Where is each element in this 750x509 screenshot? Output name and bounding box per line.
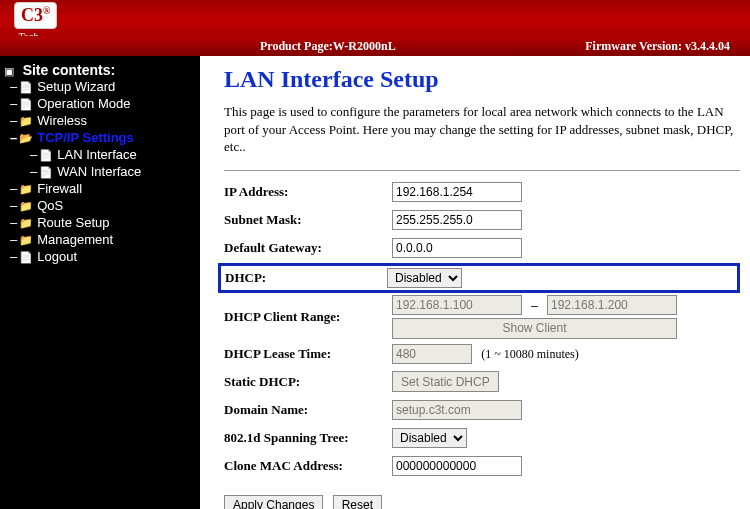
label-stp: 802.1d Spanning Tree:	[224, 430, 392, 446]
button-reset[interactable]: Reset	[333, 495, 382, 509]
firmware-version: Firmware Version: v3.4.4.04	[585, 39, 730, 54]
input-range-start	[392, 295, 522, 315]
header-banner: C3® Tech Product Page:W-R2000nL Firmware…	[0, 0, 750, 56]
label-lease: DHCP Lease Time:	[224, 346, 392, 362]
button-show-client: Show Client	[392, 318, 677, 339]
sidebar-item-operation-mode[interactable]: –Operation Mode	[4, 95, 196, 112]
label-range: DHCP Client Range:	[224, 309, 392, 325]
sidebar-item-logout[interactable]: –Logout	[4, 248, 196, 265]
sidebar-item-wireless[interactable]: –Wireless	[4, 112, 196, 129]
page-description: This page is used to configure the param…	[224, 103, 740, 156]
page-icon	[19, 249, 33, 264]
sidebar-item-route-setup[interactable]: –Route Setup	[4, 214, 196, 231]
label-domain: Domain Name:	[224, 402, 392, 418]
input-mac[interactable]	[392, 456, 522, 476]
folder-icon	[19, 113, 33, 128]
range-separator: –	[531, 297, 538, 312]
label-static: Static DHCP:	[224, 374, 392, 390]
logo-text: C3	[21, 5, 43, 25]
sidebar-item-wan-interface[interactable]: –WAN Interface	[4, 163, 196, 180]
product-page: Product Page:W-R2000nL	[260, 39, 396, 54]
page-icon	[19, 79, 33, 94]
sidebar: ▣ Site contents: –Setup Wizard –Operatio…	[0, 56, 200, 509]
sidebar-title: Site contents:	[21, 62, 116, 78]
header-info-bar: Product Page:W-R2000nL Firmware Version:…	[0, 36, 750, 56]
page-icon	[39, 164, 53, 179]
label-mac: Clone MAC Address:	[224, 458, 392, 474]
sidebar-item-tcpip[interactable]: –TCP/IP Settings	[4, 129, 196, 146]
folder-icon	[19, 198, 33, 213]
label-gateway: Default Gateway:	[224, 240, 392, 256]
lease-note: (1 ~ 10080 minutes)	[481, 347, 578, 361]
dhcp-highlight: DHCP: Disabled	[218, 263, 740, 293]
input-lease	[392, 344, 472, 364]
divider	[224, 170, 740, 171]
input-ip[interactable]	[392, 182, 522, 202]
page-icon	[19, 96, 33, 111]
sidebar-item-qos[interactable]: –QoS	[4, 197, 196, 214]
page-title: LAN Interface Setup	[224, 66, 740, 93]
sidebar-item-firewall[interactable]: –Firewall	[4, 180, 196, 197]
folder-icon	[19, 232, 33, 247]
input-range-end	[547, 295, 677, 315]
sidebar-item-lan-interface[interactable]: –LAN Interface	[4, 146, 196, 163]
folder-icon	[19, 181, 33, 196]
sidebar-item-setup-wizard[interactable]: –Setup Wizard	[4, 78, 196, 95]
toggle-icon[interactable]: ▣	[4, 65, 14, 78]
input-domain	[392, 400, 522, 420]
label-ip: IP Address:	[224, 184, 392, 200]
button-apply[interactable]: Apply Changes	[224, 495, 323, 509]
sidebar-item-management[interactable]: –Management	[4, 231, 196, 248]
input-subnet[interactable]	[392, 210, 522, 230]
content-pane: LAN Interface Setup This page is used to…	[200, 56, 750, 509]
label-dhcp: DHCP:	[225, 270, 387, 286]
input-gateway[interactable]	[392, 238, 522, 258]
select-dhcp[interactable]: Disabled	[387, 268, 462, 288]
label-subnet: Subnet Mask:	[224, 212, 392, 228]
folder-open-icon	[19, 130, 33, 145]
button-static-dhcp: Set Static DHCP	[392, 371, 499, 392]
page-icon	[39, 147, 53, 162]
folder-icon	[19, 215, 33, 230]
select-stp[interactable]: Disabled	[392, 428, 467, 448]
